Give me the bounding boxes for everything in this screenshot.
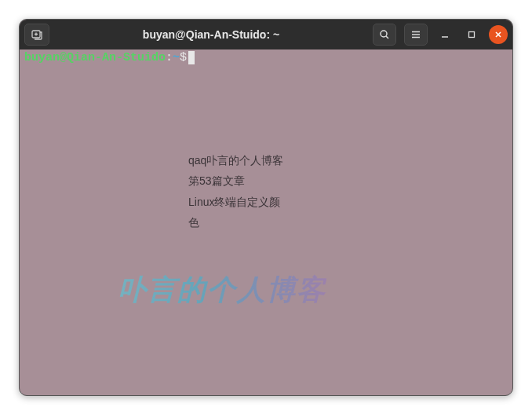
prompt-path: ~ <box>173 51 180 64</box>
minimize-button[interactable] <box>435 25 454 44</box>
titlebar-right <box>373 24 508 46</box>
maximize-icon <box>467 30 476 39</box>
close-icon <box>494 30 503 39</box>
watermark-text-block: qaq卟言的个人博客 第53篇文章 Linux终端自定义颜 色 <box>188 150 314 233</box>
search-icon <box>379 29 390 40</box>
prompt-separator: : <box>166 51 173 64</box>
new-tab-icon <box>31 28 43 41</box>
titlebar-left <box>24 24 49 46</box>
search-button[interactable] <box>373 24 396 46</box>
watermark-line-3: Linux终端自定义颜 <box>188 192 314 213</box>
svg-rect-7 <box>469 31 475 37</box>
menu-button[interactable] <box>404 24 428 46</box>
close-button[interactable] <box>489 25 508 44</box>
watermark-line-2: 第53篇文章 <box>188 170 314 192</box>
terminal-body[interactable]: buyan@Qian-An-Stuido:~$ qaq卟言的个人博客 第53篇文… <box>20 49 512 395</box>
cursor <box>188 51 195 64</box>
titlebar: buyan@Qian-An-Stuido: ~ <box>20 20 512 49</box>
new-tab-button[interactable] <box>24 24 49 46</box>
watermark-line-1: qaq卟言的个人博客 <box>188 150 314 171</box>
prompt-symbol: $ <box>180 51 187 64</box>
watermark-line-4: 色 <box>188 212 314 233</box>
prompt-user-host: buyan@Qian-An-Stuido <box>24 51 166 64</box>
terminal-window: buyan@Qian-An-Stuido: ~ <box>19 19 513 396</box>
minimize-icon <box>440 30 450 39</box>
window-title: buyan@Qian-An-Stuido: ~ <box>56 28 366 41</box>
hamburger-icon <box>410 29 421 40</box>
svg-line-2 <box>386 36 388 38</box>
watermark-large-text: 卟言的个人博客 <box>118 271 326 310</box>
svg-point-1 <box>381 31 387 37</box>
maximize-button[interactable] <box>462 25 481 44</box>
prompt-line: buyan@Qian-An-Stuido:~$ <box>24 51 508 64</box>
